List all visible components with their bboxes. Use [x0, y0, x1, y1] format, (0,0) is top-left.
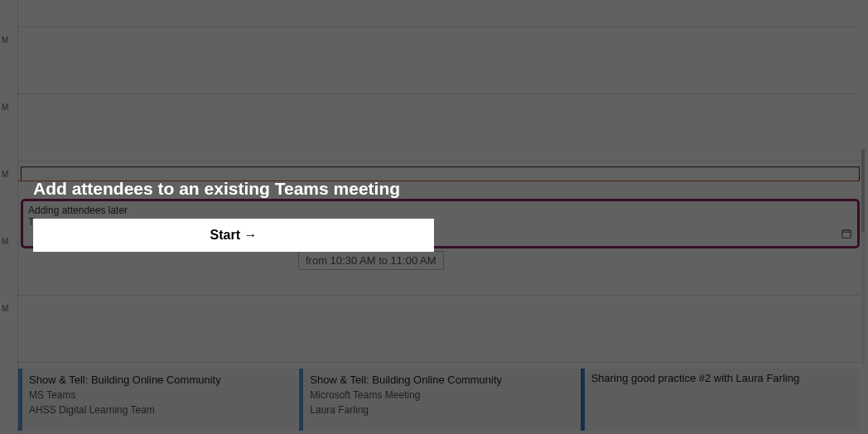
start-button[interactable]: Start → — [33, 219, 434, 252]
tutorial-overlay — [0, 0, 868, 434]
tutorial-heading: Add attendees to an existing Teams meeti… — [33, 179, 400, 199]
